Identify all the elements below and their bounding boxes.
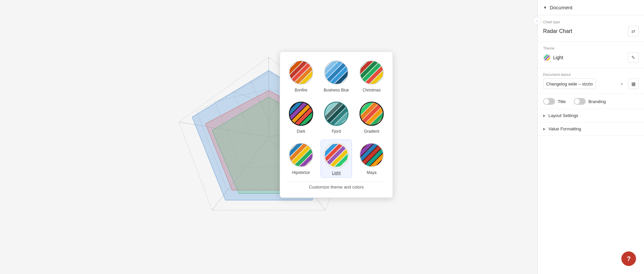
theme-item-dark[interactable]: Dark bbox=[285, 98, 317, 136]
document-layout-select[interactable]: Changelog wide – vizzlo bbox=[543, 78, 596, 89]
theme-circle-bonfire bbox=[288, 59, 314, 86]
switch-chart-type-button[interactable]: ⇄ bbox=[628, 26, 639, 37]
arrow-right-icon-2: ▶ bbox=[543, 127, 546, 131]
edit-icon: ✎ bbox=[631, 55, 635, 60]
customize-theme-link[interactable]: Customize theme and colors bbox=[285, 182, 387, 192]
theme-label-dark: Dark bbox=[297, 129, 305, 134]
theme-value[interactable]: Light bbox=[543, 54, 563, 61]
switch-icon: ⇄ bbox=[631, 29, 635, 34]
theme-popup: Bonfire bbox=[280, 52, 393, 198]
theme-circle-hipsterize bbox=[288, 142, 314, 168]
theme-item-fjord[interactable]: Fjord bbox=[321, 98, 352, 136]
chart-type-section: Chart type Radar Chart ⇄ bbox=[538, 15, 644, 42]
panel-collapse-button[interactable]: › bbox=[533, 17, 541, 25]
theme-item-christmas[interactable]: Christmas bbox=[356, 57, 387, 94]
theme-label-maya: Maya bbox=[367, 170, 376, 175]
document-layout-row: Changelog wide – vizzlo ▦ bbox=[543, 78, 639, 89]
arrow-right-icon: ▶ bbox=[543, 114, 546, 117]
theme-label: Theme bbox=[543, 46, 639, 50]
edit-theme-button[interactable]: ✎ bbox=[628, 52, 639, 63]
theme-circle-christmas bbox=[358, 59, 385, 86]
value-formatting-label: Value Formatting bbox=[548, 126, 581, 131]
theme-preview-circle bbox=[543, 54, 550, 61]
document-layout-section: Document layout Changelog wide – vizzlo … bbox=[538, 68, 644, 94]
help-button[interactable]: ? bbox=[621, 251, 636, 266]
grid-icon: ▦ bbox=[631, 81, 636, 86]
theme-label-fjord: Fjord bbox=[332, 129, 341, 134]
value-formatting-section[interactable]: ▶ Value Formatting bbox=[538, 122, 644, 136]
theme-item-gradient[interactable]: Gradient bbox=[356, 98, 387, 136]
theme-label-business-blue: Business Blue bbox=[324, 88, 349, 92]
toggle-row: Title Branding bbox=[538, 94, 644, 109]
theme-row: Light ✎ bbox=[543, 52, 639, 63]
chart-type-row: Radar Chart ⇄ bbox=[543, 26, 639, 37]
theme-label-hipsterize: Hipsterize bbox=[292, 170, 310, 175]
arrow-down-icon: ▼ bbox=[543, 5, 547, 10]
document-label: Document bbox=[550, 5, 572, 10]
theme-circle-fjord bbox=[323, 100, 350, 127]
help-icon: ? bbox=[627, 255, 631, 263]
theme-item-hipsterize[interactable]: Hipsterize bbox=[285, 140, 317, 178]
right-panel: › ▼ Document Chart type Radar Chart ⇄ Th… bbox=[537, 0, 644, 274]
branding-toggle-item: Branding bbox=[574, 98, 606, 105]
main-canvas: Bonfire bbox=[0, 0, 537, 274]
theme-circle-light bbox=[323, 142, 350, 169]
theme-item-maya[interactable]: Maya bbox=[356, 140, 387, 178]
branding-label: Branding bbox=[588, 99, 606, 104]
theme-circle-gradient bbox=[358, 100, 385, 127]
title-toggle[interactable] bbox=[543, 98, 555, 105]
title-toggle-item: Title bbox=[543, 98, 566, 105]
theme-circle-business-blue bbox=[323, 59, 350, 86]
theme-label-bonfire: Bonfire bbox=[295, 88, 307, 92]
layout-settings-section[interactable]: ▶ Layout Settings bbox=[538, 109, 644, 122]
layout-settings-label: Layout Settings bbox=[548, 113, 578, 118]
title-label: Title bbox=[558, 99, 566, 104]
theme-grid: Bonfire bbox=[285, 57, 387, 178]
chevron-left-icon: › bbox=[536, 19, 538, 23]
theme-name-value: Light bbox=[553, 55, 563, 60]
theme-circle-dark bbox=[288, 100, 314, 127]
branding-toggle[interactable] bbox=[574, 98, 586, 105]
theme-label-gradient: Gradient bbox=[364, 129, 379, 134]
theme-item-bonfire[interactable]: Bonfire bbox=[285, 57, 317, 94]
document-header: ▼ Document bbox=[538, 0, 644, 15]
document-layout-label: Document layout bbox=[543, 72, 639, 76]
chart-type-value: Radar Chart bbox=[543, 28, 572, 34]
theme-label-light: Light bbox=[332, 171, 341, 175]
layout-grid-button[interactable]: ▦ bbox=[628, 78, 639, 89]
chart-type-label: Chart type bbox=[543, 20, 639, 24]
theme-section: Theme Light bbox=[538, 42, 644, 68]
theme-item-business-blue[interactable]: Business Blue bbox=[321, 57, 352, 94]
theme-label-christmas: Christmas bbox=[363, 88, 381, 92]
theme-circle-maya bbox=[358, 142, 385, 168]
theme-item-light[interactable]: Light bbox=[321, 140, 352, 178]
layout-select-wrapper: Changelog wide – vizzlo bbox=[543, 78, 625, 89]
